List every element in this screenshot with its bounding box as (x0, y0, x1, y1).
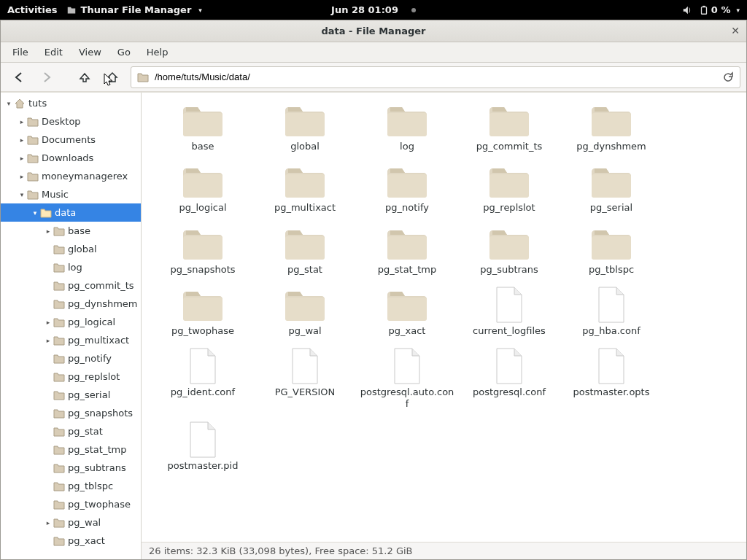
tree-sidebar[interactable]: ▾tuts▸Desktop▸Documents▸Downloads▸moneym… (1, 93, 142, 559)
menu-help[interactable]: Help (139, 44, 176, 61)
clock[interactable]: Jun 28 01:09 (331, 4, 398, 15)
back-button[interactable] (7, 66, 31, 88)
tree-item-label: pg_xact (68, 535, 105, 546)
home-button[interactable] (100, 66, 125, 88)
item-label: postmaster.pid (168, 460, 239, 472)
tree-item-pg-replslot[interactable]: pg_replslot (1, 368, 141, 386)
expander-icon[interactable]: ▾ (30, 208, 40, 218)
menu-go[interactable]: Go (110, 44, 138, 61)
up-button[interactable] (72, 66, 97, 88)
tree-item-pg-logical[interactable]: ▸pg_logical (1, 313, 141, 331)
tree-item-pg-stat[interactable]: pg_stat (1, 422, 141, 440)
tree-item-pg-multixact[interactable]: ▸pg_multixact (1, 331, 141, 349)
item-base[interactable]: base (152, 98, 254, 160)
tree-item-log[interactable]: log (1, 258, 141, 276)
tree-item-pg-tblspc[interactable]: pg_tblspc (1, 477, 141, 495)
item-postgresql-auto-conf[interactable]: postgresql.auto.conf (356, 344, 458, 418)
tree-item-pg-notify[interactable]: pg_notify (1, 349, 141, 368)
tree-item-data[interactable]: ▾data (1, 203, 141, 222)
item-pg-hba-conf[interactable]: pg_hba.conf (560, 283, 662, 344)
expander-icon[interactable]: ▸ (43, 518, 53, 528)
menu-file[interactable]: File (5, 44, 36, 61)
expander-icon[interactable]: ▸ (43, 317, 53, 327)
expander-icon[interactable]: ▾ (17, 190, 27, 200)
item-pg-tblspc[interactable]: pg_tblspc (560, 222, 662, 283)
item-current-logfiles[interactable]: current_logfiles (458, 283, 560, 344)
item-label: postgresql.conf (473, 386, 546, 398)
svg-rect-19 (387, 298, 427, 321)
item-pg-twophase[interactable]: pg_twophase (152, 283, 254, 344)
location-bar[interactable] (131, 66, 740, 88)
tree-item-pg-serial[interactable]: pg_serial (1, 386, 141, 404)
tree-item-label: data (55, 207, 76, 218)
expander-icon[interactable]: ▾ (4, 98, 14, 109)
svg-rect-15 (489, 236, 529, 260)
tree-item-music[interactable]: ▾Music (1, 185, 141, 203)
tree-item-pg-commit-ts[interactable]: pg_commit_ts (1, 276, 141, 295)
tree-item-pg-wal[interactable]: ▸pg_wal (1, 513, 141, 532)
tree-item-pg-stat-tmp[interactable]: pg_stat_tmp (1, 440, 141, 459)
tree-item-label: pg_multixact (68, 335, 129, 346)
menu-view[interactable]: View (71, 44, 109, 61)
path-input[interactable] (155, 71, 716, 82)
folder-icon (180, 163, 225, 201)
menu-edit[interactable]: Edit (37, 44, 70, 61)
item-pg-stat-tmp[interactable]: pg_stat_tmp (356, 222, 458, 283)
item-log[interactable]: log (356, 98, 458, 160)
reload-icon[interactable] (722, 71, 734, 83)
expander-icon[interactable]: ▸ (43, 226, 53, 236)
item-label: pg_notify (385, 202, 429, 214)
icon-view[interactable]: base global log pg_commit_ts pg_dynshmem… (142, 93, 746, 542)
tree-item-documents[interactable]: ▸Documents (1, 131, 141, 149)
battery-indicator[interactable]: 0 % (700, 4, 740, 15)
tree-item-pg-xact[interactable]: pg_xact (1, 532, 141, 550)
item-pg-replslot[interactable]: pg_replslot (458, 160, 560, 221)
volume-icon[interactable] (682, 5, 692, 15)
tree-item-label: tuts (28, 98, 47, 109)
titlebar[interactable]: data - File Manager ✕ (1, 20, 746, 42)
tree-item-global[interactable]: global (1, 240, 141, 258)
app-menu[interactable]: Thunar File Manager (66, 4, 202, 15)
folder-icon (282, 286, 328, 324)
item-pg-version[interactable]: PG_VERSION (254, 344, 356, 418)
item-global[interactable]: global (254, 98, 356, 160)
item-pg-ident-conf[interactable]: pg_ident.conf (152, 344, 254, 418)
item-pg-serial[interactable]: pg_serial (560, 160, 662, 221)
item-label: pg_multixact (274, 202, 336, 214)
item-pg-commit-ts[interactable]: pg_commit_ts (458, 98, 560, 160)
tree-item-tuts[interactable]: ▾tuts (1, 94, 141, 112)
close-button[interactable]: ✕ (729, 24, 742, 37)
tree-item-pg-dynshmem[interactable]: pg_dynshmem (1, 295, 141, 313)
expander-icon[interactable]: ▸ (17, 117, 27, 127)
expander-icon[interactable]: ▸ (17, 135, 27, 145)
activities-button[interactable]: Activities (7, 4, 58, 15)
item-pg-dynshmem[interactable]: pg_dynshmem (560, 98, 662, 160)
expander-icon[interactable]: ▸ (43, 335, 53, 346)
item-pg-logical[interactable]: pg_logical (152, 160, 254, 221)
item-pg-notify[interactable]: pg_notify (356, 160, 458, 221)
item-pg-stat[interactable]: pg_stat (254, 222, 356, 283)
item-pg-subtrans[interactable]: pg_subtrans (458, 222, 560, 283)
item-pg-multixact[interactable]: pg_multixact (254, 160, 356, 221)
tree-item-label: pg_notify (68, 353, 112, 364)
svg-rect-0 (701, 7, 706, 14)
tree-item-downloads[interactable]: ▸Downloads (1, 149, 141, 167)
tree-item-pg-twophase[interactable]: pg_twophase (1, 495, 141, 513)
tree-item-pg-subtrans[interactable]: pg_subtrans (1, 459, 141, 477)
expander-icon[interactable]: ▸ (17, 171, 27, 182)
folder-icon (180, 101, 225, 139)
item-postmaster-pid[interactable]: postmaster.pid (152, 418, 254, 479)
tree-item-desktop[interactable]: ▸Desktop (1, 112, 141, 131)
item-postmaster-opts[interactable]: postmaster.opts (560, 344, 662, 418)
tree-item-base[interactable]: ▸base (1, 222, 141, 240)
item-pg-xact[interactable]: pg_xact (356, 283, 458, 344)
file-icon (384, 347, 430, 385)
tree-item-moneymanagerex[interactable]: ▸moneymanagerex (1, 167, 141, 185)
item-pg-snapshots[interactable]: pg_snapshots (152, 222, 254, 283)
item-postgresql-conf[interactable]: postgresql.conf (458, 344, 560, 418)
item-pg-wal[interactable]: pg_wal (254, 283, 356, 344)
forward-button[interactable] (34, 66, 59, 88)
file-icon (589, 347, 634, 385)
expander-icon[interactable]: ▸ (17, 153, 27, 163)
tree-item-pg-snapshots[interactable]: pg_snapshots (1, 404, 141, 422)
